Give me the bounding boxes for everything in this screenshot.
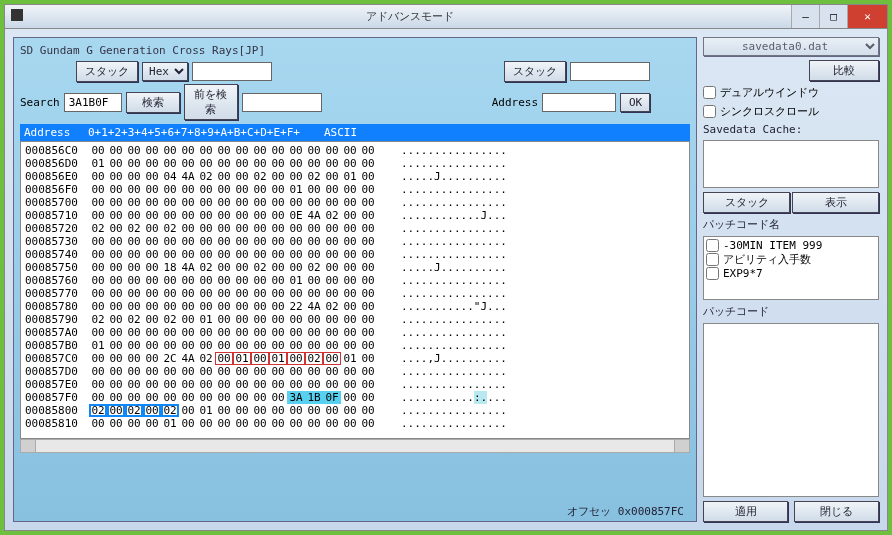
hex-grid[interactable]: 000856C000000000000000000000000000000000…	[20, 141, 690, 439]
hex-row[interactable]: 0008574000000000000000000000000000000000…	[25, 248, 685, 261]
titlebar[interactable]: アドバンスモード — □ ✕	[5, 5, 887, 29]
hex-row[interactable]: 000856D001000000000000000000000000000000…	[25, 157, 685, 170]
patch-list[interactable]: -30MIN ITEM 999アビリティ入手数EXP9*7	[703, 236, 879, 300]
hex-row[interactable]: 0008575000000000184A02000002000002000000…	[25, 261, 685, 274]
close-button[interactable]: ✕	[847, 5, 887, 28]
app-icon	[5, 9, 29, 24]
hex-header: Address 0+1+2+3+4+5+6+7+8+9+A+B+C+D+E+F+…	[20, 124, 690, 141]
game-title: SD Gundam G Generation Cross Rays[JP]	[20, 44, 690, 57]
hex-row[interactable]: 000857F000000000000000000000003A1B0F0000…	[25, 391, 685, 404]
view-mode-select[interactable]: Hex	[142, 62, 188, 81]
hex-row[interactable]: 000857A000000000000000000000000000000000…	[25, 326, 685, 339]
hex-row[interactable]: 000856F000000000000000000000000100000000…	[25, 183, 685, 196]
hex-row[interactable]: 000857D000000000000000000000000000000000…	[25, 365, 685, 378]
status-offset: オフセッ 0x000857FC	[567, 504, 684, 519]
hex-row[interactable]: 0008577000000000000000000000000000000000…	[25, 287, 685, 300]
search-button[interactable]: 検索	[126, 92, 180, 113]
address-input[interactable]	[542, 93, 616, 112]
patch-item[interactable]: アビリティ入手数	[706, 252, 876, 267]
patch-code-box[interactable]	[703, 323, 879, 497]
hex-row[interactable]: 000856C000000000000000000000000000000000…	[25, 144, 685, 157]
hex-row[interactable]: 0008579002000200020001000000000000000000…	[25, 313, 685, 326]
maximize-button[interactable]: □	[819, 5, 847, 28]
window-title: アドバンスモード	[29, 9, 791, 24]
hex-row[interactable]: 0008581000000000010000000000000000000000…	[25, 417, 685, 430]
patch-item[interactable]: EXP9*7	[706, 267, 876, 280]
hex-row[interactable]: 0008572002000200020000000000000000000000…	[25, 222, 685, 235]
search-extra-input[interactable]	[242, 93, 322, 112]
stack-input-2[interactable]	[570, 62, 650, 81]
horizontal-scrollbar[interactable]	[20, 439, 690, 453]
cache-label: Savedata Cache:	[703, 123, 879, 136]
stack-input-1[interactable]	[192, 62, 272, 81]
hex-row[interactable]: 000857C0000000002C4A02000100010002000100…	[25, 352, 685, 365]
stack-button-2[interactable]: スタック	[504, 61, 566, 82]
minimize-button[interactable]: —	[791, 5, 819, 28]
hex-row[interactable]: 0008576000000000000000000000000100000000…	[25, 274, 685, 287]
ok-button[interactable]: OK	[620, 93, 650, 112]
show-button[interactable]: 表示	[792, 192, 879, 213]
hex-panel: SD Gundam G Generation Cross Rays[JP] スタ…	[13, 37, 697, 522]
hex-row[interactable]: 0008580002000200020001000000000000000000…	[25, 404, 685, 417]
search-prev-button[interactable]: 前を検索	[184, 84, 238, 120]
dual-window-checkbox[interactable]: デュアルウインドウ	[703, 85, 879, 100]
hex-row[interactable]: 000857800000000000000000000000224A020000…	[25, 300, 685, 313]
cache-box[interactable]	[703, 140, 879, 188]
stack-button[interactable]: スタック	[76, 61, 138, 82]
sync-scroll-checkbox[interactable]: シンクロスクロール	[703, 104, 879, 119]
hex-row[interactable]: 0008570000000000000000000000000000000000…	[25, 196, 685, 209]
close-panel-button[interactable]: 閉じる	[794, 501, 879, 522]
hex-row[interactable]: 000857E000000000000000000000000000000000…	[25, 378, 685, 391]
hex-row[interactable]: 000856E000000000044A02000002000002000100…	[25, 170, 685, 183]
side-stack-button[interactable]: スタック	[703, 192, 790, 213]
search-label: Search	[20, 96, 60, 109]
patch-code-label: パッチコード	[703, 304, 879, 319]
hex-row[interactable]: 000857B001000000000000000000000000000000…	[25, 339, 685, 352]
hex-row[interactable]: 0008573000000000000000000000000000000000…	[25, 235, 685, 248]
savedata-select[interactable]: savedata0.dat	[703, 37, 879, 56]
patch-item[interactable]: -30MIN ITEM 999	[706, 239, 876, 252]
compare-button[interactable]: 比較	[809, 60, 879, 81]
main-window: アドバンスモード — □ ✕ SD Gundam G Generation Cr…	[4, 4, 888, 531]
search-input[interactable]	[64, 93, 122, 112]
address-label: Address	[492, 96, 538, 109]
apply-button[interactable]: 適用	[703, 501, 788, 522]
hex-row[interactable]: 0008571000000000000000000000000E4A020000…	[25, 209, 685, 222]
side-panel: savedata0.dat 比較 デュアルウインドウ シンクロスクロール Sav…	[703, 37, 879, 522]
patch-name-label: パッチコード名	[703, 217, 879, 232]
